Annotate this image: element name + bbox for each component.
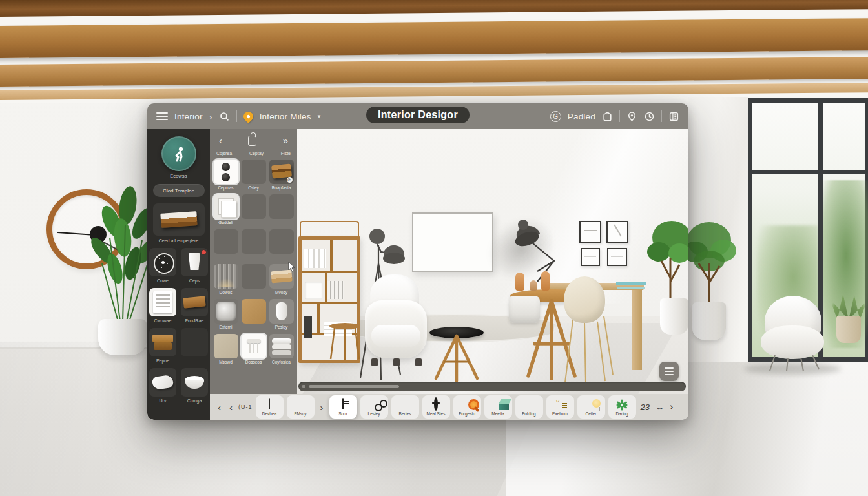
- shelf-divider: [317, 304, 320, 333]
- glyph-23[interactable]: 23: [639, 402, 651, 412]
- nav-back-icon[interactable]: ‹: [215, 402, 223, 413]
- app-name: Interior: [174, 112, 203, 121]
- tile-label: Roapfasta: [272, 185, 291, 191]
- armchair-foot: [371, 358, 378, 366]
- location-label[interactable]: Interior Miles: [260, 112, 311, 121]
- list-item[interactable]: Ceps: [181, 248, 208, 284]
- tool-fmscy-button[interactable]: FMscy: [287, 395, 315, 418]
- tool-ceiler-button[interactable]: Ceiler: [577, 395, 605, 418]
- mid-chevron-icon[interactable]: ›: [318, 402, 326, 413]
- forward-chevrons-icon[interactable]: »: [283, 135, 288, 146]
- bookshelf-rail: [300, 221, 359, 238]
- breadcrumb-chevron-icon[interactable]: ›: [209, 111, 212, 122]
- scrollbar-dot: [302, 385, 305, 388]
- tool-meal-stes-button[interactable]: Meal Stes: [422, 395, 450, 418]
- tab-cojsrea[interactable]: Cojsrea: [216, 151, 232, 156]
- pin-outline-icon[interactable]: [626, 111, 637, 122]
- list-item[interactable]: FooJRae: [181, 288, 208, 324]
- material-tile[interactable]: ⟳ Roapfasta: [269, 160, 294, 193]
- material-tile[interactable]: Cstey: [242, 160, 266, 193]
- location-pin-icon[interactable]: [242, 109, 255, 123]
- list-item[interactable]: Urv: [149, 368, 176, 404]
- canvas-plant[interactable]: [646, 218, 688, 302]
- material-tile[interactable]: [242, 194, 266, 228]
- material-tile[interactable]: [242, 264, 266, 298]
- material-tile[interactable]: [269, 229, 294, 263]
- material-tile[interactable]: Dowos: [214, 264, 238, 298]
- tile-label: Msowd: [219, 360, 232, 365]
- grid-table-icon: [263, 399, 276, 411]
- tab-fiste[interactable]: Fiste: [281, 151, 291, 156]
- empty-tile-thumb: [242, 160, 266, 184]
- material-tile[interactable]: Pesiqy: [269, 299, 294, 333]
- tool-bertes-button[interactable]: Bertes: [391, 395, 419, 418]
- tool-exebom-button[interactable]: Exebom: [546, 395, 574, 418]
- beige-tile-thumb: [214, 334, 238, 358]
- material-tile[interactable]: Coyfosiea: [269, 334, 294, 367]
- material-tile[interactable]: Gaddeli: [214, 194, 238, 228]
- clock-icon[interactable]: [644, 111, 655, 122]
- tool-darlog-button[interactable]: Darlog: [608, 395, 636, 418]
- tool-label: Ceiler: [586, 411, 597, 416]
- list-item[interactable]: Cumga: [181, 368, 208, 404]
- gallery-frames[interactable]: [579, 221, 630, 267]
- list-item[interactable]: Cowe: [149, 248, 176, 284]
- tool-soor-button[interactable]: Soor: [329, 395, 357, 418]
- material-tile[interactable]: Dosseos: [242, 334, 266, 367]
- material-tile[interactable]: [242, 299, 266, 333]
- canvas-menu-button[interactable]: [659, 362, 679, 381]
- tab-ceptay[interactable]: Ceptay: [249, 151, 264, 156]
- tile-label: Dosseos: [245, 360, 262, 365]
- featured-item[interactable]: Ceed a Lempegiere: [152, 203, 206, 243]
- material-tile[interactable]: Cepmas: [214, 160, 238, 193]
- nav-forward-icon[interactable]: ›: [668, 401, 674, 413]
- white-armchair[interactable]: [365, 274, 429, 383]
- bottom-toolbar: ‹ ‹ (U-1 Devhea FMscy › Soor Lesley: [210, 394, 688, 420]
- account-badge-icon[interactable]: G: [550, 111, 561, 122]
- templates-button[interactable]: Clod Templee: [153, 184, 205, 197]
- window-mullion: [752, 170, 865, 174]
- scrollbar-thumb[interactable]: [309, 385, 399, 388]
- shelf-board: [302, 302, 357, 304]
- tool-label: Forgesto: [459, 411, 475, 416]
- back-chevron-icon[interactable]: ‹: [219, 135, 222, 146]
- tool-devhea-button[interactable]: Devhea: [256, 395, 284, 418]
- tool-label: Soor: [338, 411, 347, 416]
- panel-layout-icon[interactable]: [668, 111, 679, 122]
- material-tile[interactable]: Msowd: [214, 334, 238, 367]
- mouse-cursor: [288, 262, 296, 272]
- cushion-stool[interactable]: [509, 296, 540, 323]
- link-icon: [367, 399, 380, 411]
- design-canvas[interactable]: [297, 129, 688, 394]
- search-icon[interactable]: [219, 111, 230, 122]
- material-tile[interactable]: Extemi: [214, 299, 238, 333]
- wall-frame: [606, 221, 628, 243]
- tool-meefia-button[interactable]: Meefia: [484, 395, 512, 418]
- crate-thumb: [149, 328, 176, 356]
- material-tile[interactable]: [242, 229, 266, 263]
- tile-label: Coyfosiea: [272, 360, 291, 365]
- list-item[interactable]: Cwowae: [149, 288, 176, 324]
- list-item[interactable]: Pepne: [149, 328, 176, 364]
- material-tile[interactable]: [214, 229, 238, 263]
- lock-icon[interactable]: [248, 136, 256, 146]
- list-item[interactable]: [181, 328, 208, 364]
- resize-arrows-icon[interactable]: ↔: [654, 402, 665, 412]
- item-label: Cwowae: [154, 318, 172, 324]
- material-tile[interactable]: [269, 194, 294, 228]
- menu-icon[interactable]: [156, 112, 168, 120]
- horizontal-scrollbar[interactable]: [298, 382, 686, 391]
- avatar[interactable]: [161, 136, 196, 171]
- account-label[interactable]: Padled: [568, 112, 595, 121]
- notification-badge: [201, 249, 207, 255]
- chevron-down-icon[interactable]: ▾: [318, 113, 321, 119]
- document-icon: [336, 399, 349, 411]
- empty-thumb: [181, 328, 208, 356]
- empty-tile-thumb: [242, 229, 266, 254]
- nav-back2-icon[interactable]: ‹: [227, 402, 235, 413]
- item-label: Ceps: [189, 278, 200, 284]
- tool-forgesto-button[interactable]: Forgesto: [453, 395, 481, 418]
- tool-lesley-button[interactable]: Lesley: [360, 395, 388, 418]
- tool-folding-button[interactable]: Folding: [515, 395, 543, 418]
- clipboard-icon[interactable]: [602, 111, 613, 122]
